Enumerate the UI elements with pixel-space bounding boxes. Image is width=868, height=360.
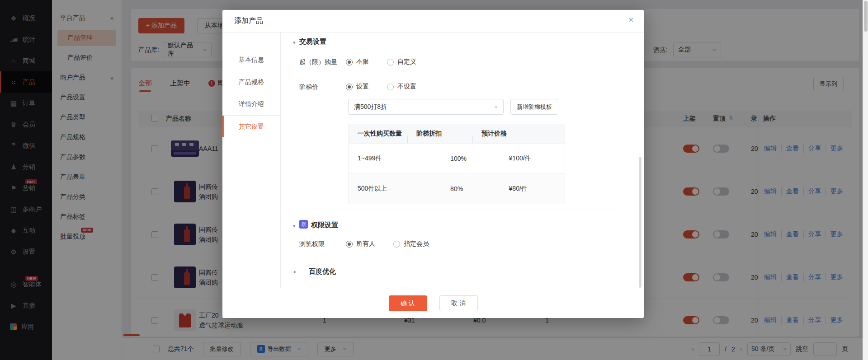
- tier-qty-cell: 500件以上: [349, 185, 441, 193]
- radio-label: 设置: [356, 83, 369, 91]
- modal-tab[interactable]: 其它设置: [222, 115, 280, 137]
- tier-price-cell: ¥100/件: [500, 154, 565, 163]
- tier-table-row: 1~499件 100% ¥100/件: [349, 143, 565, 173]
- collapse-caret-icon[interactable]: ▾: [293, 223, 296, 229]
- tier-price-row: 阶梯价 设置 不设置: [299, 82, 434, 93]
- tier-template-select[interactable]: 满500打8折 ∨: [348, 99, 504, 115]
- radio-label: 不设置: [397, 83, 416, 91]
- tier-discount-cell: 80%: [441, 185, 500, 192]
- radio-label: 所有人: [356, 240, 375, 248]
- tier-price-table: 一次性购买数量阶梯折扣预计价格 1~499件 100% ¥100/件 500件以…: [348, 124, 565, 204]
- window-scrollbar: [863, 0, 868, 360]
- window-scrollbar-thumb[interactable]: [864, 1, 868, 32]
- baidu-section-title: 百度优化: [309, 267, 336, 276]
- modal-tab-label: 详情介绍: [239, 100, 264, 108]
- expand-caret-icon[interactable]: ▸: [294, 269, 297, 275]
- new-tier-template-button[interactable]: 新增阶梯模板: [510, 99, 558, 115]
- view-permission-options: 所有人 指定会员: [346, 240, 447, 249]
- modal-tab-rail: 基本信息产品规格详情介绍其它设置: [222, 33, 281, 288]
- modal-tab-label: 其它设置: [239, 123, 264, 130]
- flag-badge-icon: 旗: [299, 220, 308, 229]
- modal-scrollbar-thumb[interactable]: [639, 157, 642, 288]
- modal-tab[interactable]: 基本信息: [222, 49, 280, 71]
- tier-table-row: 500件以上 80% ¥80/件: [349, 173, 565, 204]
- tier-template-value: 满500打8折: [354, 103, 387, 111]
- purchase-limit-row: 起（限）购量 不限 自定义: [299, 57, 434, 68]
- radio-option[interactable]: 不设置: [387, 83, 416, 91]
- tier-price-label: 阶梯价: [299, 83, 346, 91]
- modal-tab-label: 基本信息: [239, 56, 264, 63]
- section-divider: [299, 209, 617, 209]
- purchase-limit-label: 起（限）购量: [299, 58, 346, 66]
- cancel-button[interactable]: 取 消: [439, 295, 478, 311]
- tier-table-header: 一次性购买数量阶梯折扣预计价格: [349, 124, 565, 143]
- radio-label: 指定会员: [404, 240, 429, 248]
- trade-section-title: 交易设置: [299, 37, 326, 46]
- radio-label: 不限: [356, 58, 369, 66]
- radio-label: 自定义: [397, 58, 416, 66]
- tier-table-header-cell: 预计价格: [472, 130, 507, 138]
- add-product-modal: 添加产品 ✕ 基本信息产品规格详情介绍其它设置 ▾ 交易设置 起（限）购量 不限…: [222, 10, 644, 318]
- tier-discount-cell: 100%: [441, 155, 500, 162]
- tier-table-header-cell: 一次性购买数量: [349, 130, 407, 138]
- modal-tab[interactable]: 详情介绍: [222, 93, 280, 115]
- collapse-caret-icon[interactable]: ▾: [293, 40, 296, 46]
- tier-table-body: 1~499件 100% ¥100/件 500件以上 80% ¥80/件: [349, 143, 565, 204]
- confirm-button[interactable]: 确 认: [389, 295, 427, 311]
- modal-title: 添加产品: [234, 16, 263, 26]
- purchase-limit-options: 不限 自定义: [346, 58, 434, 67]
- tier-table-header-cell: 阶梯折扣: [407, 130, 472, 138]
- radio-option[interactable]: 不限: [346, 58, 369, 66]
- modal-tab[interactable]: 产品规格: [222, 71, 280, 93]
- view-permission-label: 浏览权限: [299, 240, 346, 248]
- radio-icon: [393, 241, 400, 248]
- radio-icon: [346, 241, 353, 248]
- tier-qty-cell: 1~499件: [349, 154, 441, 163]
- radio-icon: [346, 84, 353, 90]
- radio-option[interactable]: 自定义: [387, 58, 416, 66]
- close-icon[interactable]: ✕: [628, 16, 634, 24]
- radio-icon: [387, 84, 394, 90]
- tier-price-cell: ¥80/件: [500, 185, 565, 193]
- perm-section-title: 权限设置: [311, 221, 338, 229]
- radio-icon: [346, 59, 353, 65]
- radio-option[interactable]: 所有人: [346, 240, 375, 248]
- modal-tab-label: 产品规格: [239, 78, 264, 85]
- section-divider: [299, 260, 617, 260]
- modal-header: 添加产品 ✕: [222, 10, 644, 33]
- tier-price-options: 设置 不设置: [346, 83, 434, 92]
- radio-icon: [387, 59, 394, 65]
- view-permission-row: 浏览权限 所有人 指定会员: [299, 239, 447, 250]
- radio-option[interactable]: 设置: [346, 83, 369, 91]
- modal-footer: 确 认 取 消: [222, 288, 644, 318]
- chevron-down-icon: ∨: [493, 104, 498, 109]
- radio-option[interactable]: 指定会员: [393, 240, 429, 248]
- app-window: ❖ 概况 ▁▄▆ 统计 ⌂ 商城 ⠶ 产品 ▤ 订单 ♛ 会员: [0, 0, 868, 360]
